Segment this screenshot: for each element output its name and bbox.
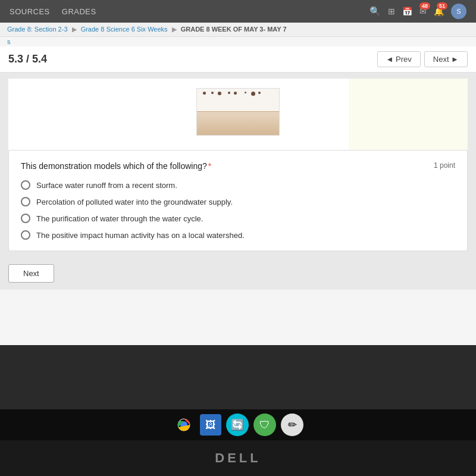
taskbar-icon-5[interactable]: ✏ (281, 414, 303, 436)
question-header: This demonstration models which of the f… (21, 161, 455, 171)
search-icon[interactable]: 🔍 (369, 6, 381, 17)
radio-option-4[interactable] (21, 230, 30, 240)
screen: SOURCES GRADES 🔍 ⊞ 📅 ✉ 48 🔔 51 S Grade 8… (0, 0, 476, 345)
option-text-1: Surface water runoff from a recent storm… (36, 181, 177, 190)
page-title: 5.3 / 5.4 (8, 53, 47, 65)
option-text-4: The positive impact human activity has o… (36, 231, 245, 240)
breadcrumb-item1[interactable]: Grade 8: Section 2-3 (7, 26, 68, 33)
chrome-taskbar-icon[interactable] (173, 414, 195, 436)
top-navbar: SOURCES GRADES 🔍 ⊞ 📅 ✉ 48 🔔 51 S (0, 0, 476, 23)
dot (218, 92, 221, 95)
grid-icon[interactable]: ⊞ (388, 7, 395, 16)
taskbar: 🖼 🔄 🛡 ✏ (0, 409, 476, 440)
taskbar-icon-3[interactable]: 🔄 (226, 414, 249, 436)
user-avatar[interactable]: S (451, 4, 466, 19)
taskbar-icon-4[interactable]: 🛡 (253, 414, 276, 436)
dot (245, 92, 246, 93)
question-text: This demonstration models which of the f… (21, 161, 211, 171)
sub-nav-link[interactable]: s (7, 38, 11, 45)
notification-badge-icon[interactable]: 🔔 51 (434, 6, 444, 17)
breadcrumb-sep2: ▶ (172, 26, 177, 33)
nav-buttons: ◄ Prev Next ► (377, 51, 468, 67)
taskbar-icon-2[interactable]: 🖼 (200, 414, 221, 436)
option-item-4[interactable]: The positive impact human activity has o… (21, 230, 455, 240)
dot (211, 92, 214, 94)
next-button-top[interactable]: Next ► (424, 51, 468, 67)
room-background (349, 79, 468, 150)
breadcrumb-item2[interactable]: Grade 8 Science 6 Six Weeks (81, 26, 168, 33)
dell-bar: DELL (0, 440, 476, 476)
mail-badge-icon[interactable]: ✉ 48 (419, 6, 427, 17)
grades-nav-item[interactable]: GRADES (62, 7, 96, 16)
radio-option-3[interactable] (21, 214, 30, 223)
options-list: Surface water runoff from a recent storm… (21, 180, 455, 240)
breadcrumb: Grade 8: Section 2-3 ▶ Grade 8 Science 6… (0, 23, 476, 37)
prev-button[interactable]: ◄ Prev (377, 51, 421, 67)
demo-image (196, 88, 280, 136)
demo-image-container (8, 79, 468, 150)
dot (234, 92, 237, 95)
option-item-3[interactable]: The purification of water through the wa… (21, 214, 455, 223)
sources-nav-item[interactable]: SOURCES (10, 7, 50, 16)
question-card: This demonstration models which of the f… (8, 150, 468, 251)
option-item-2[interactable]: Percolation of polluted water into the g… (21, 197, 455, 206)
points-label: 1 point (434, 161, 455, 170)
next-button-container: Next (0, 257, 476, 290)
breadcrumb-sep1: ▶ (72, 26, 77, 33)
option-text-3: The purification of water through the wa… (36, 214, 203, 223)
next-button-bottom[interactable]: Next (8, 264, 54, 283)
dot (258, 92, 261, 94)
required-marker: * (208, 161, 211, 171)
radio-option-2[interactable] (21, 197, 30, 206)
sub-nav: s (0, 37, 476, 46)
page-header: 5.3 / 5.4 ◄ Prev Next ► (0, 46, 476, 73)
dot (228, 92, 230, 94)
breadcrumb-item3: GRADE 8 WEEK OF MAY 3- MAY 7 (181, 26, 287, 33)
option-text-2: Percolation of polluted water into the g… (36, 198, 233, 206)
notification-badge-count: 51 (437, 2, 447, 10)
option-item-1[interactable]: Surface water runoff from a recent storm… (21, 180, 455, 190)
dell-brand-text: DELL (215, 450, 261, 466)
dot (251, 92, 255, 96)
mail-badge-count: 48 (419, 2, 430, 10)
main-content: This demonstration models which of the f… (0, 73, 476, 257)
dot (203, 92, 206, 95)
chrome-svg (174, 415, 193, 434)
demo-image-bottom (197, 111, 279, 135)
radio-option-1[interactable] (21, 180, 30, 190)
calendar-icon[interactable]: 📅 (402, 7, 412, 16)
